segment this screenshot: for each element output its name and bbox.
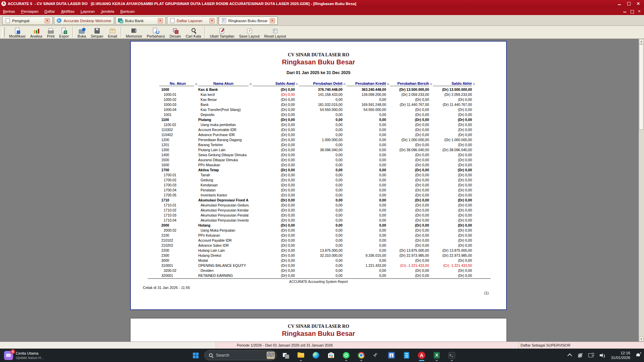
column-header-saldo-akhir[interactable]: Saldo Akhir — [433, 81, 472, 86]
toolbar-button-reset-layout[interactable]: Reset Layout — [262, 26, 288, 39]
column-header-nama-akun[interactable]: Nama Akun — [198, 81, 249, 86]
tab-pengingat[interactable]: Pengingat× — [2, 16, 53, 25]
menu-persiapan[interactable]: Persiapan — [18, 8, 42, 14]
scroll-up-icon[interactable]: ▲ — [639, 39, 644, 44]
menu-bantuan[interactable]: Bantuan — [117, 8, 138, 14]
tab-daftar-laporan[interactable]: Daftar Laporan× — [167, 16, 217, 25]
toolbar-button-save-layout[interactable]: Save Layout — [237, 26, 262, 39]
table-row[interactable]: 1710.03Akumulasi Penyusutan Peralat(Dr) … — [159, 213, 495, 218]
volume-icon[interactable] — [600, 353, 605, 358]
taskbar-whatsapp-icon[interactable] — [342, 350, 350, 360]
table-row[interactable]: 1001Deposito(Dr) 0,000,000,00(Dr) 0,00(D… — [159, 112, 495, 117]
column-header-no-akun[interactable]: No. Akun — [159, 81, 194, 86]
column-header-perubahan-debit[interactable]: Perubahan Debit — [299, 81, 342, 86]
column-header-saldo-awal[interactable]: Saldo Awal — [253, 81, 295, 86]
toolbar-button-expor[interactable]: Expor — [57, 26, 71, 39]
taskbar-notes-icon[interactable] — [402, 350, 411, 360]
toolbar-button-desain[interactable]: Desain — [167, 26, 183, 39]
tray-chevron-up-icon[interactable] — [568, 353, 572, 358]
sort-diamond-icon[interactable]: ◇ — [194, 82, 198, 86]
table-row[interactable]: 2000Hutang(Dr) 0,000,000,00(Dr) 0,00(Dr)… — [159, 223, 495, 228]
toolbar-button-simpan[interactable]: Simpan — [88, 26, 105, 39]
table-row[interactable]: 1100.02Uang muka pembelian(Dr) 0,000,000… — [159, 122, 495, 127]
toolbar-button-ubah-tampilan[interactable]: Ubah Tampilan — [207, 26, 236, 39]
tab-ringkasan-buku-besar[interactable]: Ringkasan Buku Besar× — [219, 16, 278, 25]
child-close-button[interactable]: ✕ — [637, 9, 641, 13]
table-row[interactable]: 310001OPENING BALANCE EQUITY(Dr) 0,000,0… — [159, 263, 495, 268]
tab-buku-bank[interactable]: Buku Bank× — [115, 16, 166, 25]
scrollbar-thumb[interactable] — [639, 44, 644, 130]
taskbar-terminal-icon[interactable] — [448, 350, 456, 360]
table-row[interactable]: 110302Account Receivable IDR(Dr) 0,000,0… — [159, 127, 495, 132]
menu-jendela[interactable]: Jendela — [98, 8, 117, 14]
table-row[interactable]: 1700.02Gedung(Dr) 0,000,000,00(Dr) 0,00(… — [159, 178, 495, 183]
sort-diamond-icon[interactable]: ◇ — [472, 82, 476, 86]
search-input[interactable]: Search — [204, 350, 276, 360]
taskbar-file-explorer-icon[interactable] — [297, 350, 305, 360]
sort-diamond-icon[interactable]: ◇ — [249, 82, 253, 86]
table-row[interactable]: 1000Kas & Bank(Dr) 0,00376.740.448,00363… — [159, 87, 495, 92]
scroll-down-icon[interactable]: ▼ — [639, 337, 644, 342]
close-icon[interactable]: × — [270, 18, 275, 23]
vertical-scrollbar[interactable]: ▲ ▼ — [639, 39, 644, 342]
table-row[interactable]: 1700.04Peralatan(Dr) 0,000,000,00(Dr) 0,… — [159, 188, 495, 193]
menu-daftar[interactable]: Daftar — [42, 8, 58, 14]
table-row[interactable]: 1000.04Kas Transfer(Post Silang)(Dr) 0,0… — [159, 107, 495, 112]
table-row[interactable]: 1000.01Kas kecil(Dr) 0,00141.158.433,001… — [159, 92, 495, 97]
table-row[interactable]: 3200.02Deviden(Dr) 0,000,000,00(Dr) 0,00… — [159, 268, 495, 273]
table-row[interactable]: 1400Sewa Gedung Dibayar Dimuka(Dr) 0,000… — [159, 153, 495, 158]
toolbar-button-email[interactable]: Email — [106, 26, 120, 39]
notification-toast[interactable]: 4 Cerita Utama Update kasus H... — [4, 351, 105, 360]
table-row[interactable]: 1100Piutang(Dr) 0,000,000,00(Dr) 0,00(Dr… — [159, 117, 495, 122]
table-row[interactable]: 1600PPn Masukan(Dr) 0,000,000,00(Dr) 0,0… — [159, 163, 495, 168]
taskbar-chrome-icon[interactable] — [357, 350, 365, 360]
child-minimize-button[interactable] — [623, 9, 627, 13]
toolbar-button-analisa[interactable]: Analisa — [28, 26, 45, 39]
taskbar-accurate-icon[interactable] — [418, 350, 426, 360]
sort-diamond-icon[interactable]: ◇ — [342, 82, 346, 86]
table-row[interactable]: 1200Persediaan Barang Dagang(Dr) 0,001.0… — [159, 137, 495, 142]
table-row[interactable]: 1710.01Akumulasi Penyusutan Gedung(Dr) 0… — [159, 203, 495, 208]
child-restore-button[interactable] — [630, 9, 634, 13]
close-icon[interactable]: × — [158, 18, 163, 23]
close-icon[interactable]: × — [45, 18, 50, 23]
table-row[interactable]: 1710.02Akumulasi Penyusutan Kendar(Dr) 0… — [159, 208, 495, 213]
toolbar-button-cari-kata[interactable]: Cari Kata — [183, 26, 204, 39]
notification-bell-icon[interactable] — [636, 353, 641, 358]
table-row[interactable]: 1500Asuransi Dibayar Dimuka(Dr) 0,000,00… — [159, 158, 495, 163]
table-row[interactable]: 1700Aktiva Tetap(Dr) 0,000,000,00(Dr) 0,… — [159, 168, 495, 173]
start-button[interactable] — [193, 353, 199, 358]
sort-diamond-icon[interactable]: ◇ — [295, 82, 299, 86]
close-icon[interactable]: × — [209, 18, 215, 23]
sort-diamond-icon[interactable]: ◇ — [429, 82, 433, 86]
table-row[interactable]: 320001RETAINED EARNING(Dr) 0,000,000,00(… — [159, 273, 495, 278]
table-row[interactable]: 210202Advance Sales IDR(Dr) 0,000,000,00… — [159, 243, 495, 248]
taskbar-store-icon[interactable] — [327, 350, 335, 360]
table-row[interactable]: 3000Modal(Dr) 0,000,000,00(Dr) 0,00(Dr) … — [159, 258, 495, 263]
column-header-perubahan-bersih[interactable]: Perubahan Bersih — [390, 81, 429, 86]
table-row[interactable]: 110402Advance Purchase IDR(Dr) 0,000,000… — [159, 132, 495, 137]
table-row[interactable]: 1700.01Tanah(Dr) 0,000,000,00(Dr) 0,00(D… — [159, 173, 495, 178]
menu-berkas[interactable]: Berkas — [0, 8, 18, 14]
table-row[interactable]: 210102Account Payable IDR(Dr) 0,000,000,… — [159, 238, 495, 243]
table-row[interactable]: 2000.02Uang Muka Penjualan(Dr) 0,000,000… — [159, 228, 495, 233]
taskbar-task-view-icon[interactable] — [282, 350, 290, 360]
tab-accurate-desktop-welcome[interactable]: Accurate Desktop Welcome — [54, 16, 114, 25]
minimize-button[interactable] — [617, 1, 622, 6]
table-row[interactable]: 1700.05Inventaris Kantor(Dr) 0,000,000,0… — [159, 193, 495, 198]
table-row[interactable]: 1000.03Bank(Dr) 0,00181.032.015,00169.59… — [159, 102, 495, 107]
taskbar-snipping-tool-icon[interactable] — [372, 350, 380, 360]
table-row[interactable]: 1000.02Kas Besar(Dr) 0,000,000,00(Dr) 0,… — [159, 97, 495, 102]
toolbar-button-perbaharui[interactable]: Perbaharui — [145, 26, 167, 39]
tray-clock[interactable]: 12:16 31/01/2026 — [611, 351, 630, 360]
table-row[interactable]: 1700.03Kendaraan(Dr) 0,000,000,00(Dr) 0,… — [159, 183, 495, 188]
taskbar-calculator-icon[interactable] — [387, 350, 395, 360]
display-device-icon[interactable] — [588, 353, 594, 358]
taskbar-excel-icon[interactable] — [433, 350, 441, 360]
toolbar-button-print[interactable]: Print — [45, 26, 57, 39]
table-row[interactable]: 1201Barang Terkirim(Dr) 0,000,000,00(Dr)… — [159, 142, 495, 147]
toolbar-button-memorize[interactable]: Memorize — [123, 26, 144, 39]
table-row[interactable]: 2200Hutang Lain Lain(Dr) 0,0013.875.000,… — [159, 248, 495, 253]
restore-button[interactable] — [627, 1, 631, 6]
table-row[interactable]: 2300Hutang Direksi(Dr) 0,0032.310.000,00… — [159, 253, 495, 258]
